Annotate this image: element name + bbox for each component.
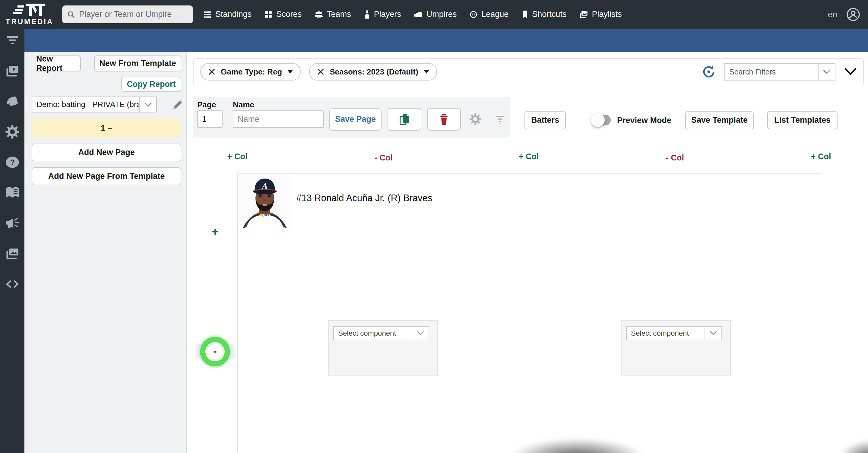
bookmark-icon [521, 10, 528, 19]
trumedia-logo-icon [13, 3, 46, 17]
search-input[interactable] [79, 9, 188, 19]
umpire-fist-icon [414, 10, 423, 19]
report-sidebar: New Report New From Template Copy Report… [25, 52, 187, 453]
remove-col-button[interactable]: - Col [666, 153, 684, 162]
page-list-item-selected[interactable]: 1 – [32, 119, 181, 138]
standings-list-icon [203, 10, 212, 19]
filter-bar-right: Search Filters [702, 63, 857, 81]
settings-gear-icon[interactable] [5, 125, 20, 139]
remove-row-button[interactable]: - [198, 335, 231, 368]
user-avatar-icon[interactable] [846, 7, 860, 22]
filter-chip-seasons[interactable]: Seasons: 2023 (Default) [309, 63, 437, 81]
nav-players[interactable]: Players [364, 10, 401, 19]
close-icon[interactable] [317, 68, 324, 76]
add-new-page-from-template-button[interactable]: Add New Page From Template [32, 168, 181, 185]
nav-label: Teams [327, 10, 351, 19]
remove-col-button[interactable]: - Col [375, 153, 393, 162]
page-number-input[interactable] [197, 110, 223, 128]
nav-label: Standings [215, 10, 251, 19]
component-slot: Select component [328, 320, 438, 376]
preview-mode-label: Preview Mode [617, 116, 671, 125]
nav-umpires[interactable]: Umpires [414, 10, 457, 19]
chevron-down-icon [144, 102, 152, 107]
select-component-dropdown[interactable]: Select component [333, 326, 429, 340]
global-search[interactable] [62, 5, 193, 23]
collapse-chevron-icon[interactable] [844, 68, 857, 76]
add-new-page-label: Add New Page [78, 148, 135, 157]
page-filter-icon[interactable] [495, 114, 505, 125]
copy-page-button[interactable] [388, 108, 421, 130]
list-templates-label: List Templates [774, 116, 831, 125]
copy-icon [398, 113, 411, 126]
filter-history-icon[interactable] [702, 65, 715, 79]
search-filters-value: Search Filters [725, 64, 818, 80]
report-selector[interactable]: Demo: batting - PRIVATE (brad... [32, 96, 157, 113]
add-new-page-button[interactable]: Add New Page [32, 144, 181, 161]
close-icon[interactable] [208, 68, 215, 76]
component-slot: Select component [621, 320, 731, 376]
select-component-chevron [705, 327, 721, 340]
language-selector[interactable]: en [828, 10, 837, 19]
media-images-icon[interactable] [5, 246, 20, 261]
select-component-chevron [412, 327, 429, 340]
delete-page-button[interactable] [427, 108, 461, 130]
top-navbar: TRUMEDIA Standings Scores [0, 0, 868, 29]
nav-label: Shortcuts [532, 10, 566, 19]
add-row-button[interactable]: + [212, 225, 218, 238]
chevron-down-icon [710, 331, 717, 335]
nav-league[interactable]: League [469, 10, 508, 19]
guide-book-icon[interactable] [5, 185, 20, 200]
player-title: #13 Ronald Acuña Jr. (R) Braves [296, 193, 432, 204]
chevron-down-icon [823, 69, 831, 74]
copy-report-button[interactable]: Copy Report [121, 77, 181, 92]
nav-scores[interactable]: Scores [264, 10, 302, 19]
filter-chip-label: Seasons: 2023 (Default) [330, 67, 418, 77]
nav-standings[interactable]: Standings [203, 10, 251, 19]
left-icon-rail: ? [0, 29, 25, 453]
video-playlist-icon[interactable] [5, 64, 20, 78]
edit-pencil-icon[interactable] [171, 98, 183, 110]
filter-chip-game-type[interactable]: Game Type: Reg [200, 63, 301, 81]
nav-shortcuts[interactable]: Shortcuts [521, 10, 566, 19]
top-nav-items: Standings Scores Teams Players [203, 10, 622, 19]
caret-down-icon [287, 70, 293, 73]
trash-icon [438, 113, 450, 126]
save-template-button[interactable]: Save Template [685, 111, 754, 129]
page-label: Page [197, 100, 216, 110]
page-settings-gear-icon[interactable] [469, 113, 482, 125]
playlists-icon [579, 10, 588, 19]
new-from-template-button[interactable]: New From Template [94, 56, 181, 71]
player-icon [364, 10, 370, 19]
page-name-input[interactable] [233, 110, 324, 128]
code-icon[interactable] [5, 277, 20, 291]
help-icon[interactable]: ? [5, 155, 20, 170]
filter-bar: Game Type: Reg Seasons: 2023 (Default) S… [193, 58, 864, 85]
add-col-button[interactable]: + Col [227, 152, 248, 161]
nav-label: League [482, 10, 508, 19]
save-page-button[interactable]: Save Page [329, 108, 381, 130]
cards-deck-icon[interactable] [5, 94, 20, 109]
announcements-megaphone-icon[interactable] [5, 216, 20, 231]
select-component-dropdown[interactable]: Select component [626, 326, 722, 340]
batters-button[interactable]: Batters [525, 111, 566, 129]
report-selector-chevron [140, 97, 156, 112]
nav-teams[interactable]: Teams [314, 10, 351, 19]
filter-sort-icon[interactable] [5, 33, 20, 48]
baseball-icon [469, 10, 478, 19]
search-filters-dropdown[interactable]: Search Filters [724, 63, 835, 81]
page-list-item-label: 1 – [101, 123, 113, 133]
add-col-button[interactable]: + Col [811, 152, 831, 161]
toggle-knob [591, 113, 605, 127]
nav-playlists[interactable]: Playlists [579, 10, 622, 19]
preview-mode-toggle[interactable] [592, 115, 611, 125]
add-col-button[interactable]: + Col [519, 152, 539, 161]
trumedia-logo[interactable]: TRUMEDIA [4, 3, 56, 26]
report-selector-value: Demo: batting - PRIVATE (brad... [32, 97, 140, 112]
filter-chip-label: Game Type: Reg [221, 67, 282, 77]
teams-people-icon [314, 10, 323, 19]
report-header-bar [25, 29, 868, 52]
nav-label: Umpires [427, 10, 457, 19]
list-templates-button[interactable]: List Templates [767, 111, 838, 129]
new-report-button[interactable]: New Report [36, 56, 81, 71]
copy-report-label: Copy Report [127, 80, 176, 89]
